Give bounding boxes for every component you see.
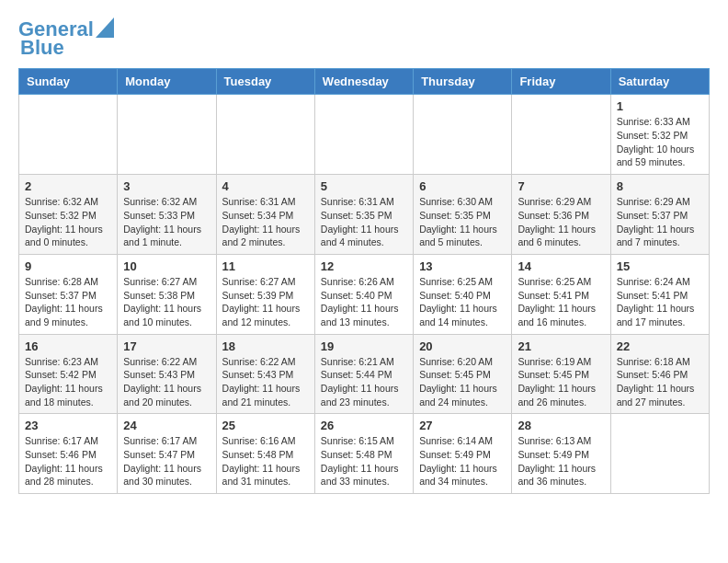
day-info: Sunrise: 6:29 AM Sunset: 5:37 PM Dayligh… (617, 195, 703, 249)
day-info: Sunrise: 6:33 AM Sunset: 5:32 PM Dayligh… (617, 115, 703, 169)
day-info: Sunrise: 6:30 AM Sunset: 5:35 PM Dayligh… (419, 195, 506, 249)
day-cell: 28Sunrise: 6:13 AM Sunset: 5:49 PM Dayli… (512, 414, 610, 494)
logo-text2: Blue (20, 37, 64, 59)
day-cell: 3Sunrise: 6:32 AM Sunset: 5:33 PM Daylig… (118, 175, 216, 255)
day-number: 4 (222, 179, 309, 193)
day-number: 3 (123, 179, 210, 193)
day-number: 27 (419, 419, 506, 432)
day-info: Sunrise: 6:31 AM Sunset: 5:35 PM Dayligh… (321, 195, 407, 249)
day-info: Sunrise: 6:21 AM Sunset: 5:44 PM Dayligh… (321, 355, 407, 409)
day-number: 20 (419, 339, 506, 353)
page-header: General Blue (18, 18, 710, 59)
day-number: 5 (321, 179, 407, 193)
day-number: 28 (518, 419, 604, 432)
day-cell: 16Sunrise: 6:23 AM Sunset: 5:42 PM Dayli… (19, 334, 118, 414)
logo-icon (96, 17, 114, 38)
day-number: 10 (123, 259, 210, 273)
day-cell: 25Sunrise: 6:16 AM Sunset: 5:48 PM Dayli… (216, 414, 314, 494)
day-number: 6 (419, 179, 506, 193)
weekday-saturday: Saturday (610, 69, 709, 95)
day-cell: 14Sunrise: 6:25 AM Sunset: 5:41 PM Dayli… (512, 254, 610, 334)
day-info: Sunrise: 6:31 AM Sunset: 5:34 PM Dayligh… (222, 195, 309, 249)
day-cell: 20Sunrise: 6:20 AM Sunset: 5:45 PM Dayli… (414, 334, 512, 414)
day-number: 13 (419, 259, 506, 273)
day-cell (414, 95, 512, 175)
day-info: Sunrise: 6:22 AM Sunset: 5:43 PM Dayligh… (123, 355, 210, 409)
day-number: 2 (25, 179, 111, 193)
week-row-0: 1Sunrise: 6:33 AM Sunset: 5:32 PM Daylig… (19, 95, 710, 175)
day-info: Sunrise: 6:14 AM Sunset: 5:49 PM Dayligh… (419, 434, 506, 488)
calendar-table: SundayMondayTuesdayWednesdayThursdayFrid… (18, 68, 710, 494)
day-cell: 11Sunrise: 6:27 AM Sunset: 5:39 PM Dayli… (216, 254, 314, 334)
day-number: 16 (25, 339, 111, 353)
day-info: Sunrise: 6:32 AM Sunset: 5:32 PM Dayligh… (25, 195, 111, 249)
week-row-2: 9Sunrise: 6:28 AM Sunset: 5:37 PM Daylig… (19, 254, 710, 334)
day-number: 11 (222, 259, 309, 273)
day-info: Sunrise: 6:29 AM Sunset: 5:36 PM Dayligh… (518, 195, 604, 249)
day-cell: 19Sunrise: 6:21 AM Sunset: 5:44 PM Dayli… (314, 334, 413, 414)
day-cell: 2Sunrise: 6:32 AM Sunset: 5:32 PM Daylig… (19, 175, 118, 255)
day-number: 18 (222, 339, 309, 353)
weekday-tuesday: Tuesday (216, 69, 314, 95)
day-number: 7 (518, 179, 604, 193)
week-row-1: 2Sunrise: 6:32 AM Sunset: 5:32 PM Daylig… (19, 175, 710, 255)
day-cell: 27Sunrise: 6:14 AM Sunset: 5:49 PM Dayli… (414, 414, 512, 494)
weekday-sunday: Sunday (19, 69, 118, 95)
day-number: 15 (617, 259, 703, 273)
day-number: 8 (617, 179, 703, 193)
calendar-body: 1Sunrise: 6:33 AM Sunset: 5:32 PM Daylig… (19, 95, 710, 494)
day-number: 24 (123, 419, 210, 432)
day-info: Sunrise: 6:15 AM Sunset: 5:48 PM Dayligh… (321, 434, 407, 488)
day-info: Sunrise: 6:32 AM Sunset: 5:33 PM Dayligh… (123, 195, 210, 249)
day-cell: 1Sunrise: 6:33 AM Sunset: 5:32 PM Daylig… (610, 95, 709, 175)
day-number: 26 (321, 419, 407, 432)
day-info: Sunrise: 6:19 AM Sunset: 5:45 PM Dayligh… (518, 355, 604, 409)
weekday-wednesday: Wednesday (314, 69, 413, 95)
week-row-4: 23Sunrise: 6:17 AM Sunset: 5:46 PM Dayli… (19, 414, 710, 494)
day-cell: 9Sunrise: 6:28 AM Sunset: 5:37 PM Daylig… (19, 254, 118, 334)
day-cell (512, 95, 610, 175)
day-info: Sunrise: 6:22 AM Sunset: 5:43 PM Dayligh… (222, 355, 309, 409)
svg-marker-0 (96, 17, 114, 38)
day-number: 1 (617, 99, 703, 113)
day-info: Sunrise: 6:13 AM Sunset: 5:49 PM Dayligh… (518, 434, 604, 488)
day-number: 22 (617, 339, 703, 353)
day-cell: 17Sunrise: 6:22 AM Sunset: 5:43 PM Dayli… (118, 334, 216, 414)
day-info: Sunrise: 6:18 AM Sunset: 5:46 PM Dayligh… (617, 355, 703, 409)
day-cell: 5Sunrise: 6:31 AM Sunset: 5:35 PM Daylig… (314, 175, 413, 255)
day-info: Sunrise: 6:27 AM Sunset: 5:38 PM Dayligh… (123, 275, 210, 329)
day-number: 19 (321, 339, 407, 353)
day-cell: 21Sunrise: 6:19 AM Sunset: 5:45 PM Dayli… (512, 334, 610, 414)
logo: General Blue (18, 18, 114, 59)
day-info: Sunrise: 6:25 AM Sunset: 5:41 PM Dayligh… (518, 275, 604, 329)
day-cell: 7Sunrise: 6:29 AM Sunset: 5:36 PM Daylig… (512, 175, 610, 255)
day-info: Sunrise: 6:27 AM Sunset: 5:39 PM Dayligh… (222, 275, 309, 329)
day-cell: 15Sunrise: 6:24 AM Sunset: 5:41 PM Dayli… (610, 254, 709, 334)
day-info: Sunrise: 6:16 AM Sunset: 5:48 PM Dayligh… (222, 434, 309, 488)
day-number: 12 (321, 259, 407, 273)
day-info: Sunrise: 6:24 AM Sunset: 5:41 PM Dayligh… (617, 275, 703, 329)
day-cell: 24Sunrise: 6:17 AM Sunset: 5:47 PM Dayli… (118, 414, 216, 494)
day-cell: 4Sunrise: 6:31 AM Sunset: 5:34 PM Daylig… (216, 175, 314, 255)
day-cell: 10Sunrise: 6:27 AM Sunset: 5:38 PM Dayli… (118, 254, 216, 334)
day-number: 21 (518, 339, 604, 353)
day-number: 9 (25, 259, 111, 273)
day-cell: 26Sunrise: 6:15 AM Sunset: 5:48 PM Dayli… (314, 414, 413, 494)
day-cell: 23Sunrise: 6:17 AM Sunset: 5:46 PM Dayli… (19, 414, 118, 494)
weekday-friday: Friday (512, 69, 610, 95)
week-row-3: 16Sunrise: 6:23 AM Sunset: 5:42 PM Dayli… (19, 334, 710, 414)
day-cell: 13Sunrise: 6:25 AM Sunset: 5:40 PM Dayli… (414, 254, 512, 334)
day-cell: 12Sunrise: 6:26 AM Sunset: 5:40 PM Dayli… (314, 254, 413, 334)
day-cell (216, 95, 314, 175)
day-info: Sunrise: 6:28 AM Sunset: 5:37 PM Dayligh… (25, 275, 111, 329)
weekday-thursday: Thursday (414, 69, 512, 95)
day-info: Sunrise: 6:25 AM Sunset: 5:40 PM Dayligh… (419, 275, 506, 329)
day-cell: 22Sunrise: 6:18 AM Sunset: 5:46 PM Dayli… (610, 334, 709, 414)
weekday-header-row: SundayMondayTuesdayWednesdayThursdayFrid… (19, 69, 710, 95)
weekday-monday: Monday (118, 69, 216, 95)
day-number: 23 (25, 419, 111, 432)
day-cell: 18Sunrise: 6:22 AM Sunset: 5:43 PM Dayli… (216, 334, 314, 414)
day-cell (314, 95, 413, 175)
day-cell (19, 95, 118, 175)
day-cell (118, 95, 216, 175)
